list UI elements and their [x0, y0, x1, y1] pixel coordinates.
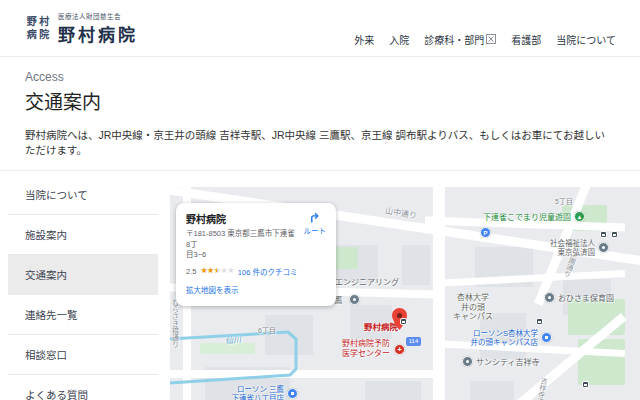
directions-button[interactable]: ルート — [304, 211, 327, 261]
lawson-icon-kyorin[interactable] — [541, 332, 552, 343]
poi-label-kosaien[interactable]: 社会福祉法人 東京弘済園 — [540, 239, 595, 257]
google-map-embed[interactable]: 山中通り 5丁目 6丁目 むらさき橋通り 弘済園通り 吉祥寺通り 仙川 114 … — [170, 187, 640, 400]
route-114-badge: 114 — [406, 337, 421, 346]
sidebar-item-contacts[interactable]: 連絡先一覧 — [8, 295, 158, 335]
bus-stop-icon[interactable] — [611, 231, 618, 238]
sidebar-item-facilities[interactable]: 施設案内 — [8, 215, 158, 255]
directions-icon — [308, 211, 321, 224]
poi-label-suncity[interactable]: サンシティ吉祥寺 — [476, 358, 540, 368]
area-label-6chome: 6丁目 — [258, 327, 276, 335]
poi-label-kyorin-univ[interactable]: 杏林大学 井の頭 キャンパス — [442, 293, 504, 322]
card-place-address: 〒181-8503 東京都三鷹市下連雀8丁 目3−6 — [186, 229, 298, 261]
nav-nursing[interactable]: 看護部 — [511, 32, 541, 47]
lawson-icon-mitaka[interactable] — [287, 388, 298, 399]
hospital-poi-icon[interactable]: + — [394, 344, 405, 355]
org-name: 医療法人財団慈生会 — [58, 11, 138, 21]
poi-label-kodemari-park[interactable]: 下連雀こでまり児童遊園 — [465, 213, 571, 223]
poi-label-ohisama[interactable]: おひさま保育園 — [558, 294, 614, 304]
bus-stop-icon[interactable] — [600, 231, 607, 238]
sidebar-item-access[interactable]: 交通案内 — [8, 255, 158, 295]
poi-icon-kosaien[interactable] — [598, 242, 609, 253]
map-info-card: 野村病院 〒181-8503 東京都三鷹市下連雀8丁 目3−6 ルート 2.5 … — [176, 203, 336, 306]
sidebar-item-consultation[interactable]: 相談窓口 — [8, 335, 158, 375]
logo-seal-icon: 野 村 病 院 — [25, 15, 51, 41]
star-fill: ★★★★★ — [200, 267, 217, 275]
bus-stop-icon[interactable] — [536, 318, 543, 325]
reviews-link[interactable]: 106 件のクチコミ — [238, 266, 298, 277]
poi-label-prevention-center[interactable]: 野村病院予防 医学センター — [326, 339, 390, 358]
poi-label-lawson-kyorin[interactable]: ローソンS杏林大学 井の頭キャンパス店 — [450, 329, 538, 347]
poi-icon-suncity[interactable] — [462, 356, 473, 367]
site-header: 野 村 病 院 医療法人財団慈生会 野村病院 医療関係者 採用情報 交通案内 法… — [0, 0, 640, 57]
nav-outpatient[interactable]: 外来 — [354, 32, 374, 47]
card-place-title: 野村病院 — [186, 211, 298, 226]
poi-icon-sonorous[interactable] — [349, 294, 360, 305]
nav-departments[interactable]: 診療科・部門 — [424, 32, 496, 47]
star-rating: ★★★★★ ★★★★★ — [200, 267, 233, 275]
poi-icon-ohisama[interactable] — [544, 292, 555, 303]
sidebar-item-faq[interactable]: よくある質問 — [8, 375, 158, 400]
road-label-murasaki: むらさき橋通り — [170, 299, 178, 348]
area-label-5chome: 5丁目 — [555, 198, 573, 206]
site-logo[interactable]: 野 村 病 院 医療法人財団慈生会 野村病院 — [25, 11, 138, 46]
broken-image-icon — [486, 34, 496, 44]
river-label-senkawa: 仙川 — [225, 335, 242, 346]
sidebar: 当院について 施設案内 交通案内 連絡先一覧 相談窓口 よくある質問 — [0, 171, 170, 400]
nav-inpatient[interactable]: 入院 — [389, 32, 409, 47]
parking-icon[interactable]: P — [480, 227, 491, 238]
rating-value: 2.5 — [186, 267, 196, 276]
park-icon[interactable]: ▲ — [574, 211, 585, 222]
view-larger-map-link[interactable]: 拡大地図を表示 — [186, 284, 239, 295]
site-title: 野村病院 — [58, 21, 138, 46]
sidebar-item-about[interactable]: 当院について — [8, 175, 158, 215]
bus-stop-icon[interactable] — [400, 318, 407, 325]
poi-label-lawson-mitaka[interactable]: ローソン 三鷹 下連雀八丁目店 — [218, 385, 284, 400]
nav-about[interactable]: 当院について — [556, 32, 616, 47]
bus-stop-icon[interactable] — [582, 381, 589, 388]
